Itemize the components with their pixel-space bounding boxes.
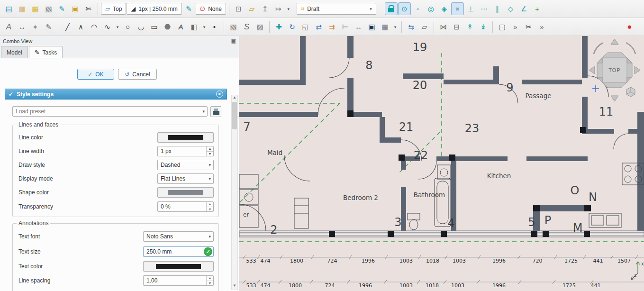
- navcube-corner[interactable]: [597, 77, 602, 82]
- rotate-icon[interactable]: ↻: [286, 20, 299, 33]
- chevron-down-icon[interactable]: ▾: [201, 20, 208, 33]
- scale-icon[interactable]: ◱: [299, 20, 312, 33]
- navcube-arrow-right[interactable]: [635, 66, 640, 74]
- workbench-selector[interactable]: ⌗ Draft ▾: [297, 3, 376, 15]
- copy-icon[interactable]: ⊡: [232, 2, 245, 15]
- shapestring-icon[interactable]: A: [174, 20, 187, 33]
- line-spacing-spinbox[interactable]: 1.00 ▲▼: [143, 275, 214, 286]
- scrollbar-thumb[interactable]: [232, 102, 237, 129]
- folder-icon[interactable]: ▱: [245, 2, 258, 15]
- spin-arrows[interactable]: ▲▼: [206, 146, 213, 156]
- clone-icon[interactable]: ▣: [365, 20, 378, 33]
- snap-extension-icon[interactable]: ⋯: [478, 2, 490, 15]
- shape-color-button[interactable]: [157, 187, 214, 198]
- point-icon[interactable]: •: [208, 20, 221, 33]
- style-settings-button[interactable]: ◢ 1px | 250.0 mm: [127, 3, 182, 15]
- text-icon[interactable]: A: [2, 20, 15, 33]
- 3d-viewport[interactable]: Passage Maid Kitchen Bedroom 2 Bathroom …: [239, 36, 644, 291]
- box-select-icon[interactable]: ▢: [496, 20, 508, 33]
- downgrade-icon[interactable]: ↡: [477, 20, 490, 33]
- split-icon[interactable]: ⊟: [450, 20, 463, 33]
- cancel-button[interactable]: ↺ Cancel: [118, 69, 157, 80]
- text-color-button[interactable]: [143, 261, 214, 272]
- chevron-down-icon[interactable]: ▾: [114, 20, 121, 33]
- dimension-icon[interactable]: ↔: [16, 20, 28, 33]
- snap-perpendicular-icon[interactable]: ⊥: [464, 2, 477, 15]
- line-icon[interactable]: ╱: [61, 20, 74, 33]
- layer-icon[interactable]: ▥: [16, 2, 28, 15]
- navcube-corner[interactable]: [627, 77, 632, 82]
- autogroup-button[interactable]: ∅ None: [196, 3, 226, 15]
- apply-style-icon[interactable]: ✎: [182, 2, 195, 15]
- export-icon[interactable]: ↥: [259, 2, 272, 15]
- panel-scrollbar[interactable]: ▲ ▼: [231, 95, 238, 290]
- scissors-icon[interactable]: ✂: [522, 20, 535, 33]
- array-icon[interactable]: ▦: [379, 20, 391, 33]
- overflow-icon[interactable]: »: [509, 20, 522, 33]
- tab-tasks[interactable]: ✎ Tasks: [29, 46, 63, 58]
- spin-arrows[interactable]: ▲▼: [206, 202, 213, 211]
- snap-midpoint-icon[interactable]: ◦: [411, 2, 424, 15]
- manage-layers-icon[interactable]: ▤: [2, 2, 15, 15]
- subelement-icon[interactable]: S: [240, 20, 253, 33]
- polygon-icon[interactable]: [161, 20, 174, 33]
- share-icon[interactable]: ↦: [272, 2, 285, 15]
- bspline-icon[interactable]: ∿: [101, 20, 114, 33]
- snap-endpoint-icon[interactable]: ⊙: [398, 2, 411, 15]
- extrude-icon[interactable]: ▧: [227, 20, 240, 33]
- join-icon[interactable]: ⋈: [437, 20, 450, 33]
- collapse-icon[interactable]: «: [216, 91, 223, 98]
- scroll-up-icon[interactable]: ▲: [232, 95, 237, 101]
- draw-style-combo[interactable]: Dashed ▾: [157, 160, 214, 170]
- display-mode-combo[interactable]: Flat Lines ▾: [157, 173, 214, 184]
- snap-grid-icon[interactable]: ◈: [438, 2, 451, 15]
- polyline-icon[interactable]: ∧: [74, 20, 87, 33]
- construction-mode-icon[interactable]: ✄: [82, 2, 95, 15]
- shape-2d-view-icon[interactable]: ▱: [418, 20, 431, 33]
- facebinder-icon[interactable]: ◧: [188, 20, 200, 33]
- navcube-arrow-up[interactable]: [611, 39, 618, 45]
- float-panel-icon[interactable]: ▣: [231, 38, 236, 44]
- record-macro-icon[interactable]: ●: [623, 20, 636, 33]
- chevron-down-icon[interactable]: ▾: [392, 20, 399, 33]
- label-icon[interactable]: ⌖: [29, 20, 42, 33]
- rectangle-icon[interactable]: ▭: [148, 20, 161, 33]
- snap-parallel-icon[interactable]: ∥: [491, 2, 504, 15]
- fillet-icon[interactable]: ◠: [88, 20, 100, 33]
- load-preset-combo[interactable]: Load preset ▾: [12, 106, 208, 117]
- snap-special-icon[interactable]: ◇: [504, 2, 517, 15]
- scroll-down-icon[interactable]: ▼: [232, 283, 237, 290]
- navcube-arrow-down[interactable]: [611, 96, 618, 101]
- arc-icon[interactable]: ◡: [135, 20, 147, 33]
- snap-intersection-icon[interactable]: ×: [451, 2, 464, 15]
- move-to-group-icon[interactable]: ▦: [29, 2, 42, 15]
- ok-button[interactable]: ✓ OK: [77, 69, 114, 80]
- mirror-icon[interactable]: ⇄: [312, 20, 325, 33]
- group-icon[interactable]: ▣: [69, 2, 82, 15]
- trim-icon[interactable]: ⊢: [339, 20, 352, 33]
- overflow-icon[interactable]: »: [535, 20, 548, 33]
- spin-arrows[interactable]: ▲▼: [206, 276, 213, 285]
- working-plane-button[interactable]: ▱ Top: [101, 3, 126, 15]
- snap-center-icon[interactable]: ◎: [425, 2, 437, 15]
- navcube-rotate-cw[interactable]: [626, 43, 635, 54]
- chevron-down-icon[interactable]: ▾: [285, 2, 292, 15]
- text-size-field[interactable]: 250.0 mm ▲▼ ✓: [143, 246, 214, 257]
- line-width-spinbox[interactable]: 1 px ▲▼: [157, 146, 214, 156]
- move-icon[interactable]: ✚: [272, 20, 285, 33]
- add-to-construction-icon[interactable]: ✎: [55, 2, 68, 15]
- navcube-corner[interactable]: [597, 58, 602, 63]
- navigation-cube[interactable]: TOP: [589, 39, 640, 101]
- stretch-icon[interactable]: ↔: [352, 20, 365, 33]
- line-color-button[interactable]: [157, 132, 214, 143]
- upgrade-icon[interactable]: ↟: [463, 20, 476, 33]
- snap-angle-icon[interactable]: ∠: [517, 2, 530, 15]
- navcube-rotate-ccw[interactable]: [594, 43, 603, 54]
- snap-ortho-icon[interactable]: +: [531, 2, 544, 15]
- snap-lock-icon[interactable]: [385, 2, 398, 15]
- circle-icon[interactable]: ○: [121, 20, 134, 33]
- navcube-corner[interactable]: [627, 58, 632, 63]
- draft-to-sketch-icon[interactable]: ⇆: [405, 20, 417, 33]
- text-font-combo[interactable]: Noto Sans ▾: [143, 231, 214, 242]
- save-preset-button[interactable]: [210, 106, 221, 117]
